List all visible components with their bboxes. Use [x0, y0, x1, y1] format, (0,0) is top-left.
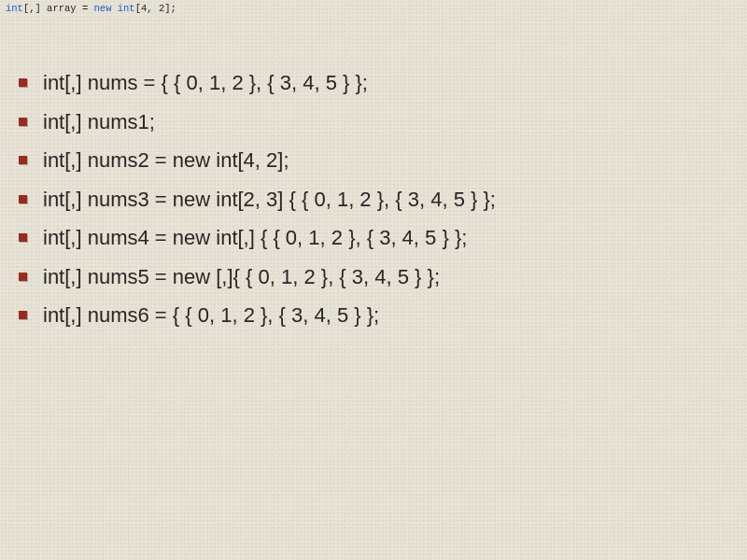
code-header-token: new — [94, 3, 118, 14]
list-item: int[,] nums5 = new [,]{ { 0, 1, 2 }, { 3… — [39, 264, 736, 290]
code-header-token: int — [118, 3, 135, 14]
code-header-token: ]; — [164, 3, 176, 14]
list-item: int[,] nums = { { 0, 1, 2 }, { 3, 4, 5 }… — [39, 70, 736, 96]
code-header-token: int — [6, 3, 23, 14]
bullet-list: int[,] nums = { { 0, 1, 2 }, { 3, 4, 5 }… — [39, 70, 736, 329]
code-header-token: , — [147, 3, 159, 14]
slide-content: int[,] nums = { { 0, 1, 2 }, { 3, 4, 5 }… — [0, 16, 747, 329]
list-item: int[,] nums6 = { { 0, 1, 2 }, { 3, 4, 5 … — [39, 302, 736, 329]
code-header: int[,] array = new int[4, 2]; — [0, 0, 747, 16]
code-header-token: [,] array = — [23, 3, 94, 14]
list-item: int[,] nums2 = new int[4, 2]; — [39, 147, 736, 174]
list-item: int[,] nums1; — [39, 109, 736, 135]
list-item: int[,] nums3 = new int[2, 3] { { 0, 1, 2… — [39, 187, 736, 213]
list-item: int[,] nums4 = new int[,] { { 0, 1, 2 },… — [39, 225, 736, 251]
